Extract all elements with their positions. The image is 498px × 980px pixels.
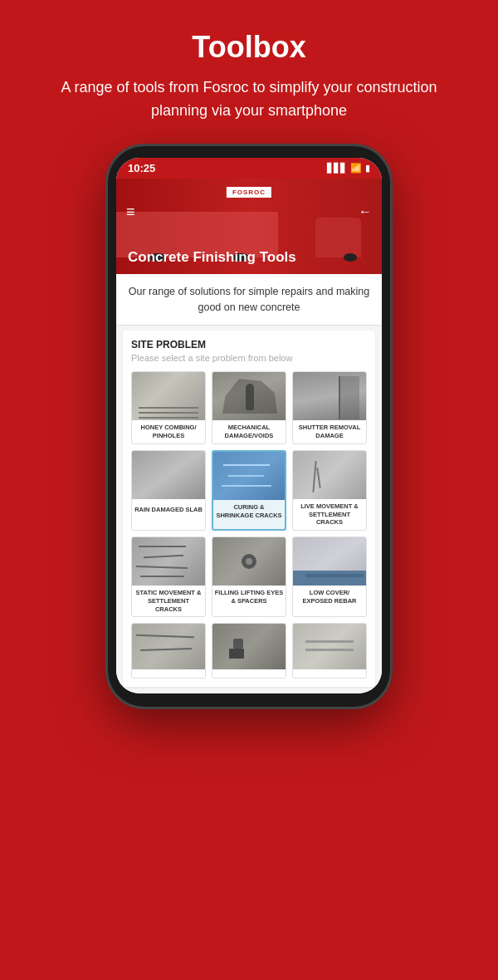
status-bar: 10:25 ▋▋▋ 📶 ▮ bbox=[116, 158, 382, 179]
app-nav-bar: ≡ ← bbox=[126, 203, 372, 221]
bottom2-image bbox=[212, 624, 286, 669]
grid-item-live-movement[interactable]: LIVE MOVEMENT & SETTLEMENT CRACKS bbox=[292, 450, 367, 531]
hamburger-icon[interactable]: ≡ bbox=[126, 203, 135, 221]
grid-item-filling[interactable]: FILLING LIFTING EYES & SPACERS bbox=[212, 537, 286, 617]
static-image bbox=[132, 537, 205, 586]
low-cover-image bbox=[293, 537, 366, 586]
shutter-image bbox=[293, 372, 366, 420]
back-icon[interactable]: ← bbox=[359, 204, 372, 219]
wifi-icon: 📶 bbox=[350, 163, 362, 174]
intro-text: Our range of solutions for simple repair… bbox=[128, 284, 370, 316]
page-subtitle: A range of tools from Fosroc to simplify… bbox=[33, 76, 465, 123]
battery-icon: ▮ bbox=[365, 163, 370, 174]
grid-item-rain[interactable]: RAIN DAMAGED SLAB bbox=[131, 450, 206, 531]
fosroc-logo: FOSROC bbox=[227, 187, 271, 198]
bottom2-label bbox=[212, 669, 286, 678]
page-title: Toolbox bbox=[33, 30, 465, 65]
grid-item-static[interactable]: STATIC MOVEMENT & SETTLEMENT CRACKS bbox=[131, 537, 206, 617]
mechanical-image bbox=[212, 372, 286, 420]
filling-image bbox=[212, 537, 286, 586]
app-header: FOSROC ≡ ← Concrete Finishing Tools bbox=[116, 179, 382, 274]
page-header: Toolbox A range of tools from Fosroc to … bbox=[0, 0, 498, 146]
curing-image bbox=[213, 452, 285, 500]
site-problem-subtitle: Please select a site problem from below bbox=[131, 353, 367, 363]
grid-item-low-cover[interactable]: LOW COVER/ EXPOSED REBAR bbox=[292, 537, 367, 617]
grid-item-shutter[interactable]: SHUTTER REMOVAL DAMAGE bbox=[292, 371, 367, 444]
bottom3-image bbox=[293, 624, 366, 669]
static-label: STATIC MOVEMENT & SETTLEMENT CRACKS bbox=[132, 586, 205, 616]
site-problem-title: SITE PROBLEM bbox=[131, 339, 367, 350]
low-cover-label: LOW COVER/ EXPOSED REBAR bbox=[293, 586, 366, 609]
bottom-bg bbox=[0, 707, 498, 748]
grid-item-honeycomb[interactable]: HONEY COMBING/ PINHOLES bbox=[131, 371, 206, 444]
status-time: 10:25 bbox=[128, 162, 155, 174]
site-problem-card: SITE PROBLEM Please select a site proble… bbox=[123, 331, 375, 687]
bottom3-label bbox=[293, 669, 366, 678]
problem-grid: HONEY COMBING/ PINHOLES MECHANICAL DAMAG… bbox=[131, 371, 367, 679]
app-header-title: Concrete Finishing Tools bbox=[128, 249, 370, 266]
bottom1-image bbox=[132, 624, 205, 669]
grid-item-bottom3[interactable] bbox=[292, 623, 367, 679]
status-icons: ▋▋▋ 📶 ▮ bbox=[327, 163, 370, 174]
intro-section: Our range of solutions for simple repair… bbox=[116, 274, 382, 326]
rain-label: RAIN DAMAGED SLAB bbox=[132, 499, 205, 521]
grid-item-bottom2[interactable] bbox=[212, 623, 286, 679]
rain-image bbox=[132, 451, 205, 499]
honeycomb-label: HONEY COMBING/ PINHOLES bbox=[132, 420, 205, 443]
bottom1-label bbox=[132, 669, 205, 678]
filling-label: FILLING LIFTING EYES & SPACERS bbox=[212, 586, 286, 609]
live-movement-label: LIVE MOVEMENT & SETTLEMENT CRACKS bbox=[293, 499, 366, 530]
phone-frame: 10:25 ▋▋▋ 📶 ▮ bbox=[108, 146, 390, 708]
phone-wrapper: 10:25 ▋▋▋ 📶 ▮ bbox=[0, 146, 498, 708]
shutter-label: SHUTTER REMOVAL DAMAGE bbox=[293, 420, 366, 443]
live-movement-image bbox=[293, 451, 366, 499]
curing-label: CURING & SHRINKAGE CRACKS bbox=[213, 500, 285, 523]
grid-item-bottom1[interactable] bbox=[131, 623, 206, 679]
grid-item-curing[interactable]: CURING & SHRINKAGE CRACKS bbox=[212, 450, 286, 531]
honeycomb-image bbox=[132, 372, 205, 420]
site-problem-section: SITE PROBLEM Please select a site proble… bbox=[116, 326, 382, 693]
mechanical-label: MECHANICAL DAMAGE/VOIDS bbox=[212, 420, 286, 443]
grid-item-mechanical[interactable]: MECHANICAL DAMAGE/VOIDS bbox=[212, 371, 286, 444]
signal-icon: ▋▋▋ bbox=[327, 163, 347, 174]
phone-screen: 10:25 ▋▋▋ 📶 ▮ bbox=[116, 158, 382, 694]
